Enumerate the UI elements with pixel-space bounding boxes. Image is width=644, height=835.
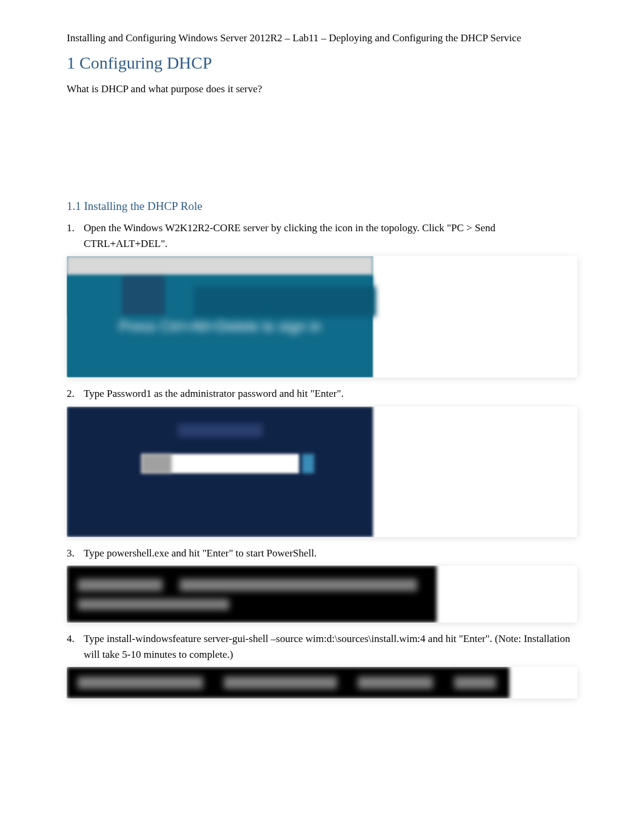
- section-1-1-title: 1.1 Installing the DHCP Role: [67, 200, 577, 213]
- steps-list-4: Type install-windowsfeature server-gui-s…: [67, 631, 577, 662]
- step-3: Type powershell.exe and hit "Enter" to s…: [67, 546, 577, 561]
- screenshot-signin: Press Ctrl+Alt+Delete to sign in: [67, 256, 577, 377]
- signin-prompt-text: Press Ctrl+Alt+Delete to sign in: [67, 318, 373, 335]
- step-1: Open the Windows W2K12R2-CORE server by …: [67, 220, 577, 251]
- steps-list-2: Type Password1 as the administrator pass…: [67, 386, 577, 402]
- steps-list: Open the Windows W2K12R2-CORE server by …: [67, 220, 577, 251]
- step-2: Type Password1 as the administrator pass…: [67, 386, 577, 402]
- screenshot-install-feature: [67, 667, 577, 698]
- section-1-intro: What is DHCP and what purpose does it se…: [67, 81, 577, 97]
- step-4: Type install-windowsfeature server-gui-s…: [67, 631, 577, 662]
- spacer: [67, 103, 577, 188]
- screenshot-password: [67, 407, 577, 537]
- screenshot-powershell-start: [67, 566, 577, 623]
- section-1-title: 1 Configuring DHCP: [67, 53, 577, 73]
- document-header: Installing and Configuring Windows Serve…: [67, 30, 577, 46]
- steps-list-3: Type powershell.exe and hit "Enter" to s…: [67, 546, 577, 561]
